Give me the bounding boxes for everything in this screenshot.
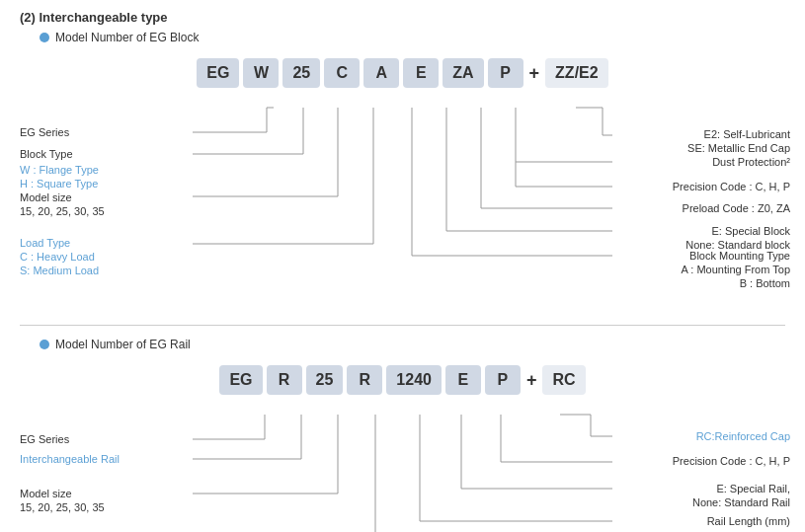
label-mounting-b: B : Bottom — [740, 276, 790, 290]
label-model-size-block: Model size — [20, 190, 72, 204]
label-mounting-a: A : Mounting From Top — [682, 263, 790, 276]
rail-model-row: EG R 25 R 1240 E P + RC — [20, 365, 785, 395]
section-divider — [20, 325, 785, 326]
label-interchangeable-rail: Interchangeable Rail — [20, 452, 120, 466]
label-block-type: Block Type — [20, 147, 73, 161]
rail-section: Model Number of EG Rail EG R 25 R 1240 E… — [20, 338, 785, 532]
label-block-h: H : Square Type — [20, 177, 98, 190]
label-eg-series-block: EG Series — [20, 125, 69, 139]
model-box-w: W — [243, 58, 279, 88]
model-box-c: C — [324, 58, 360, 88]
label-precision-rail: Precision Code : C, H, P — [673, 454, 790, 468]
model-box-r2-rail: R — [347, 365, 382, 395]
rail-lines-svg — [20, 405, 790, 532]
label-rail-length: Rail Length (mm) — [707, 514, 790, 528]
block-model-row: EG W 25 C A E ZA P + ZZ/E2 — [20, 58, 785, 88]
bullet-rail — [40, 340, 49, 349]
model-box-rc: RC — [542, 365, 585, 395]
model-box-eg-block: EG — [197, 58, 239, 88]
block-model-label: Model Number of EG Block — [40, 31, 785, 44]
model-box-25-rail: 25 — [306, 365, 344, 395]
model-box-r-rail: R — [267, 365, 302, 395]
block-diagram-container: EG Series Block Type W : Flange Type H :… — [20, 98, 790, 315]
label-rc: RC:Reinforced Cap — [696, 429, 790, 443]
rail-diagram: EG Series Interchangeable Rail Model siz… — [20, 405, 790, 532]
model-box-1240: 1240 — [386, 365, 442, 395]
label-dust: Dust Protection² — [712, 155, 790, 169]
label-none-rail: None: Standard Rail — [692, 495, 790, 509]
block-lines-svg — [20, 98, 790, 315]
model-plus-rail: + — [524, 365, 539, 395]
model-box-zze2: ZZ/E2 — [545, 58, 608, 88]
rail-diagram-container: EG Series Interchangeable Rail Model siz… — [20, 405, 790, 532]
model-box-p-block: P — [488, 58, 523, 88]
rail-model-label: Model Number of EG Rail — [40, 338, 785, 351]
model-box-p-rail: P — [485, 365, 521, 395]
block-section-title: Model Number of EG Block — [55, 31, 199, 44]
model-box-eg-rail: EG — [219, 365, 262, 395]
model-box-25-block: 25 — [282, 58, 320, 88]
label-special-rail: E: Special Rail, — [716, 482, 790, 495]
rail-section-title: Model Number of EG Rail — [55, 338, 191, 351]
label-model-size-block-vals: 15, 20, 25, 30, 35 — [20, 204, 105, 218]
label-special-block: E: Special Block — [712, 224, 790, 238]
label-mounting-type: Block Mounting Type — [689, 249, 790, 263]
model-box-a: A — [363, 58, 399, 88]
block-diagram: EG Series Block Type W : Flange Type H :… — [20, 98, 790, 315]
model-box-e-rail: E — [445, 365, 481, 395]
label-e2: E2: Self-Lubricant — [704, 127, 790, 141]
label-model-size-rail-vals: 15, 20, 25, 30, 35 — [20, 500, 105, 514]
label-eg-series-rail: EG Series — [20, 432, 69, 446]
model-plus-block: + — [527, 58, 542, 88]
model-box-za: ZA — [443, 58, 483, 88]
bullet-block — [40, 33, 49, 42]
block-section: Model Number of EG Block EG W 25 C A E Z… — [20, 31, 785, 315]
label-preload: Preload Code : Z0, ZA — [683, 201, 790, 215]
label-load-s: S: Medium Load — [20, 264, 99, 277]
label-block-w: W : Flange Type — [20, 163, 99, 177]
label-load-c: C : Heavy Load — [20, 250, 95, 264]
label-precision-block: Precision Code : C, H, P — [673, 180, 790, 193]
label-model-size-rail: Model size — [20, 487, 72, 500]
model-box-e-block: E — [403, 58, 439, 88]
label-load-type: Load Type — [20, 236, 70, 250]
section-title: (2) Interchangeable type — [20, 10, 785, 25]
label-se: SE: Metallic End Cap — [687, 141, 790, 155]
page-container: (2) Interchangeable type Model Number of… — [20, 10, 785, 532]
